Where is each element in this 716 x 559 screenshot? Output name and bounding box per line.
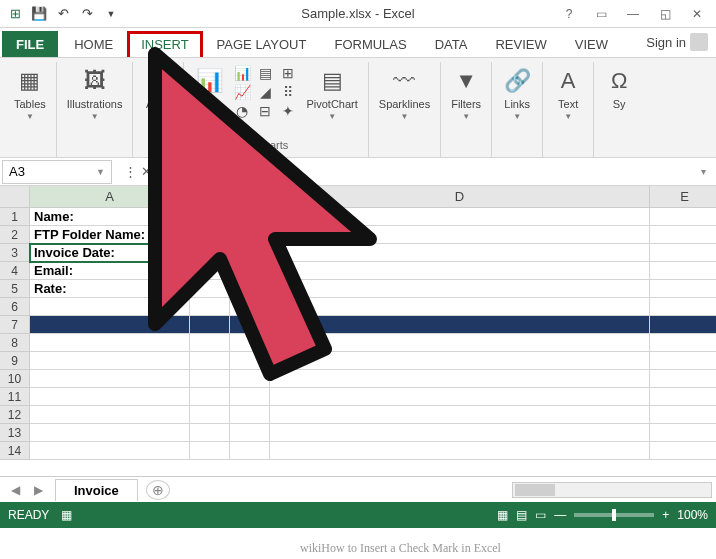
cell[interactable]: [270, 244, 650, 262]
tab-file[interactable]: FILE: [2, 31, 58, 57]
macro-icon[interactable]: ▦: [61, 508, 72, 522]
cell[interactable]: [190, 316, 230, 334]
chevron-down-icon[interactable]: ▼: [96, 167, 105, 177]
restore-icon[interactable]: ◱: [650, 3, 680, 25]
fx-icon[interactable]: ⋮ ✕ ✓ 𝑓ₓ: [114, 160, 191, 184]
cell[interactable]: [650, 424, 716, 442]
tab-page-layout[interactable]: PAGE LAYOUT: [203, 31, 321, 57]
cell[interactable]: [270, 298, 650, 316]
undo-icon[interactable]: ↶: [52, 3, 74, 25]
cell[interactable]: [270, 406, 650, 424]
cell[interactable]: Invoice Date:: [30, 244, 190, 262]
cell[interactable]: [270, 388, 650, 406]
row-header[interactable]: 12: [0, 406, 30, 424]
row-header[interactable]: 6: [0, 298, 30, 316]
cell[interactable]: [650, 262, 716, 280]
column-header[interactable]: D: [270, 186, 650, 208]
links-button[interactable]: 🔗 Links ▼: [498, 64, 536, 123]
cell[interactable]: [650, 226, 716, 244]
cell[interactable]: Rate:: [30, 280, 190, 298]
cell[interactable]: [650, 298, 716, 316]
cell[interactable]: [230, 370, 270, 388]
cell[interactable]: [190, 370, 230, 388]
save-icon[interactable]: 💾: [28, 3, 50, 25]
horizontal-scrollbar[interactable]: [512, 482, 712, 498]
tab-formulas[interactable]: FORMULAS: [320, 31, 420, 57]
scrollbar-thumb[interactable]: [515, 484, 555, 496]
column-header[interactable]: E: [650, 186, 716, 208]
cell[interactable]: [190, 352, 230, 370]
filters-button[interactable]: ▼ Filters ▼: [447, 64, 485, 123]
view-normal-icon[interactable]: ▦: [497, 508, 508, 522]
column-header[interactable]: [230, 186, 270, 208]
line-chart-icon[interactable]: 📈: [232, 83, 252, 101]
cell[interactable]: [190, 208, 230, 226]
sheet-tab-invoice[interactable]: Invoice: [55, 479, 138, 501]
cell[interactable]: [270, 370, 650, 388]
cell[interactable]: [30, 334, 190, 352]
cell[interactable]: [230, 388, 270, 406]
column-header[interactable]: [190, 186, 230, 208]
tab-insert[interactable]: INSERT: [127, 31, 202, 57]
zoom-in-icon[interactable]: +: [662, 508, 669, 522]
pivotchart-button[interactable]: ▤ PivotChart ▼: [302, 64, 361, 123]
cell[interactable]: [650, 208, 716, 226]
cell[interactable]: [230, 208, 270, 226]
row-header[interactable]: 8: [0, 334, 30, 352]
cell[interactable]: [230, 244, 270, 262]
cell[interactable]: [650, 316, 716, 334]
row-header[interactable]: 13: [0, 424, 30, 442]
radar-chart-icon[interactable]: ✦: [278, 102, 298, 120]
row-header[interactable]: 10: [0, 370, 30, 388]
add-sheet-icon[interactable]: ⊕: [146, 480, 170, 500]
cell[interactable]: [190, 442, 230, 460]
row-header[interactable]: 2: [0, 226, 30, 244]
cell[interactable]: [270, 262, 650, 280]
recommended-charts-button[interactable]: 📊 ded: [190, 64, 228, 112]
cell[interactable]: [30, 352, 190, 370]
cell[interactable]: [650, 244, 716, 262]
cell[interactable]: [190, 298, 230, 316]
cell[interactable]: [190, 334, 230, 352]
cell[interactable]: [230, 424, 270, 442]
cell[interactable]: [650, 442, 716, 460]
cell[interactable]: [190, 280, 230, 298]
cell[interactable]: [30, 442, 190, 460]
cell[interactable]: [230, 280, 270, 298]
cell[interactable]: [230, 226, 270, 244]
zoom-knob[interactable]: [612, 509, 616, 521]
cell[interactable]: [30, 298, 190, 316]
symbols-button[interactable]: Ω Sy: [600, 64, 638, 112]
cell[interactable]: [230, 298, 270, 316]
illustrations-button[interactable]: 🖼 Illustrations ▼: [63, 64, 127, 123]
text-button[interactable]: A Text ▼: [549, 64, 587, 123]
bar-chart-icon[interactable]: ▤: [255, 64, 275, 82]
cell[interactable]: [650, 406, 716, 424]
cell[interactable]: [270, 316, 650, 334]
cell[interactable]: Email:: [30, 262, 190, 280]
cell[interactable]: [230, 334, 270, 352]
cell[interactable]: [650, 352, 716, 370]
cell[interactable]: [230, 352, 270, 370]
cell[interactable]: [230, 316, 270, 334]
cell[interactable]: [190, 226, 230, 244]
cell[interactable]: [230, 406, 270, 424]
apps-button[interactable]: ◧ Apps ▼: [139, 64, 177, 123]
spreadsheet[interactable]: ADE1Name:2FTP Folder Name:3Invoice Date:…: [0, 186, 716, 476]
row-header[interactable]: 5: [0, 280, 30, 298]
tab-view[interactable]: VIEW: [561, 31, 622, 57]
cell[interactable]: [30, 424, 190, 442]
view-page-break-icon[interactable]: ▭: [535, 508, 546, 522]
row-header[interactable]: 11: [0, 388, 30, 406]
cell[interactable]: Name:: [30, 208, 190, 226]
tab-data[interactable]: DATA: [421, 31, 482, 57]
cell[interactable]: FTP Folder Name:: [30, 226, 190, 244]
cell[interactable]: [190, 388, 230, 406]
select-all-button[interactable]: [0, 186, 30, 208]
close-icon[interactable]: ✕: [682, 3, 712, 25]
cell[interactable]: [230, 442, 270, 460]
row-header[interactable]: 14: [0, 442, 30, 460]
cell[interactable]: [270, 424, 650, 442]
tab-home[interactable]: HOME: [60, 31, 127, 57]
redo-icon[interactable]: ↷: [76, 3, 98, 25]
